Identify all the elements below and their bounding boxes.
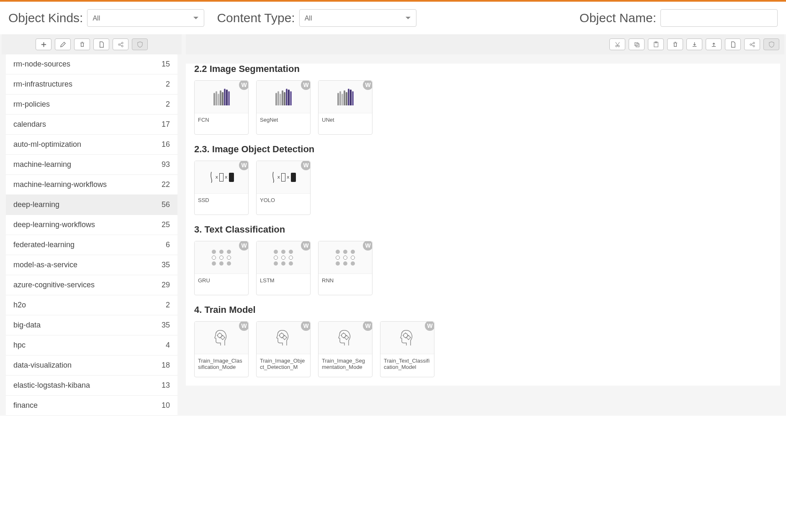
share-button[interactable]: [113, 38, 128, 50]
sidebar-item-machine-learning[interactable]: machine-learning93: [6, 155, 177, 175]
card-fcn[interactable]: WFCN: [194, 80, 249, 135]
card-rnn[interactable]: WRNN: [318, 241, 372, 295]
sidebar-item-count: 25: [162, 220, 170, 229]
sidebar-item-count: 4: [166, 341, 170, 350]
upload-button[interactable]: [706, 38, 722, 50]
card-ssd[interactable]: xxWSSD: [194, 161, 249, 215]
sidebar-item-rm-policies[interactable]: rm-policies2: [6, 95, 177, 115]
sidebar-item-label: hpc: [13, 341, 26, 350]
rnn-thumb: W: [319, 241, 372, 274]
sidebar-item-rm-node-sources[interactable]: rm-node-sources15: [6, 54, 177, 74]
sidebar-item-label: h2o: [13, 301, 26, 309]
export-pdf-button[interactable]: [93, 38, 109, 50]
sidebar-item-deep-learning[interactable]: deep-learning56: [6, 195, 177, 215]
sidebar-item-calendars[interactable]: calendars17: [6, 115, 177, 135]
workflow-badge: W: [239, 161, 249, 170]
card-row: WFCNWSegNetWUNet: [194, 80, 772, 135]
sidebar-item-count: 2: [166, 301, 170, 309]
sidebar-item-federated-learning[interactable]: federated-learning6: [6, 235, 177, 255]
workflow-badge: W: [239, 241, 249, 251]
sidebar-item-data-visualization[interactable]: data-visualization18: [6, 356, 177, 376]
card-train-image-classification-mode[interactable]: WTrain_Image_Classification_Mode: [194, 321, 249, 377]
svg-point-19: [407, 336, 410, 339]
sidebar-item-machine-learning-workflows[interactable]: machine-learning-workflows22: [6, 175, 177, 195]
sidebar-item-label: federated-learning: [13, 240, 74, 249]
sidebar-item-elastic-logstash-kibana[interactable]: elastic-logstash-kibana13: [6, 376, 177, 396]
workflow-badge: W: [239, 80, 249, 90]
right-panel: 2.2 Image SegmentationWFCNWSegNetWUNet2.…: [186, 34, 784, 416]
sidebar-item-label: machine-learning-workflows: [13, 180, 107, 189]
card-label: Train_Image_Object_Detection_M: [257, 354, 310, 377]
card-lstm[interactable]: WLSTM: [256, 241, 311, 295]
sidebar-item-label: elastic-logstash-kibana: [13, 381, 90, 390]
download-button[interactable]: [686, 38, 702, 50]
card-train-text-classification-model[interactable]: WTrain_Text_Classification_Model: [380, 321, 434, 377]
sidebar-item-label: finance: [13, 401, 38, 410]
card-label: LSTM: [257, 274, 310, 295]
workflow-badge: W: [239, 321, 249, 331]
cut-button[interactable]: [609, 38, 625, 50]
sidebar-item-label: big-data: [13, 321, 41, 330]
svg-point-11: [753, 45, 755, 47]
sidebar-item-count: 15: [162, 60, 170, 69]
sidebar-item-hpc[interactable]: hpc4: [6, 335, 177, 356]
object-name-label: Object Name:: [580, 11, 656, 25]
rnn-thumb: W: [257, 241, 310, 274]
card-train-image-segmentation-mode[interactable]: WTrain_Image_Segmentation_Mode: [318, 321, 372, 377]
sidebar-item-label: auto-ml-optimization: [13, 140, 81, 149]
sidebar-item-model-as-a-service[interactable]: model-as-a-service35: [6, 255, 177, 275]
share-right-button[interactable]: [744, 38, 760, 50]
card-segnet[interactable]: WSegNet: [256, 80, 311, 135]
paste-button[interactable]: [648, 38, 664, 50]
sidebar-item-rm-infrastructures[interactable]: rm-infrastructures2: [6, 74, 177, 95]
sidebar-item-azure-cognitive-services[interactable]: azure-cognitive-services29: [6, 275, 177, 295]
sidebar-item-count: 2: [166, 100, 170, 109]
svg-point-10: [753, 42, 755, 43]
edit-button[interactable]: [55, 38, 71, 50]
sidebar-item-count: 35: [162, 261, 170, 269]
sidebar-item-finance[interactable]: finance10: [6, 396, 177, 416]
det-thumb: xxW: [195, 161, 248, 194]
sidebar-item-deep-learning-workflows[interactable]: deep-learning-workflows25: [6, 215, 177, 235]
sidebar-item-label: deep-learning-workflows: [13, 220, 95, 229]
card-gru[interactable]: WGRU: [194, 241, 249, 295]
sidebar-list: rm-node-sources15rm-infrastructures2rm-p…: [6, 54, 177, 416]
sidebar-item-big-data[interactable]: big-data35: [6, 315, 177, 335]
content-type-select[interactable]: All: [299, 9, 416, 27]
sidebar-item-label: model-as-a-service: [13, 261, 77, 269]
section-title: 2.3. Image Object Detection: [194, 144, 772, 155]
add-button[interactable]: [36, 38, 51, 50]
svg-rect-6: [636, 43, 639, 47]
card-label: SSD: [195, 194, 248, 215]
sidebar-item-label: machine-learning: [13, 160, 71, 169]
card-row: xxWSSDxxWYOLO: [194, 161, 772, 215]
card-yolo[interactable]: xxWYOLO: [256, 161, 311, 215]
workflow-badge: W: [363, 80, 372, 90]
workflow-badge: W: [301, 80, 311, 90]
card-train-image-object-detection-m[interactable]: WTrain_Image_Object_Detection_M: [256, 321, 311, 377]
object-kinds-select[interactable]: All: [87, 9, 204, 27]
sidebar-item-count: 93: [162, 160, 170, 169]
sidebar-item-auto-ml-optimization[interactable]: auto-ml-optimization16: [6, 135, 177, 155]
workflow-badge: W: [301, 161, 311, 170]
object-name-input[interactable]: [660, 9, 778, 27]
right-toolbar: [186, 34, 784, 54]
copy-button[interactable]: [629, 38, 645, 50]
sidebar-item-h2o[interactable]: h2o2: [6, 295, 177, 315]
shield-button: [132, 38, 148, 50]
svg-point-17: [345, 336, 348, 339]
section-title: 4. Train Model: [194, 304, 772, 315]
svg-point-15: [283, 336, 286, 339]
sidebar-item-label: deep-learning: [13, 200, 59, 209]
delete-button[interactable]: [74, 38, 90, 50]
workflow-badge: W: [363, 321, 372, 331]
card-unet[interactable]: WUNet: [318, 80, 372, 135]
card-label: GRU: [195, 274, 248, 295]
seg-thumb: W: [319, 81, 372, 113]
export-pdf-right-button[interactable]: [725, 38, 741, 50]
delete-right-button[interactable]: [667, 38, 683, 50]
content-type-label: Content Type:: [217, 11, 295, 25]
sidebar-item-count: 17: [162, 120, 170, 129]
svg-point-13: [221, 336, 224, 339]
card-label: UNet: [319, 113, 372, 134]
